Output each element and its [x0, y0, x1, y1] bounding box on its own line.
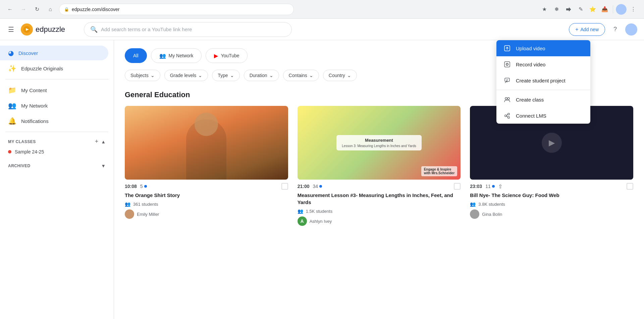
project-label: Create student project — [516, 78, 566, 83]
video-title-0: The Orange Shirt Story — [125, 192, 288, 199]
country-filter[interactable]: Country ⌄ — [323, 70, 357, 81]
tab-my-network[interactable]: 👥 My Network — [151, 48, 202, 63]
class-item-sample[interactable]: Sample 24-25 — [8, 146, 106, 157]
extension-download-icon[interactable]: 📥 — [599, 4, 610, 15]
video-author-0: Emily Miller — [125, 209, 288, 219]
my-network-tab-label: My Network — [169, 53, 194, 58]
app-header: ☰ edpuzzle 🔍 + Add new ? — [0, 19, 644, 40]
video-stats-1: 👥 1.5K students — [298, 208, 461, 214]
video-thumbnail-1: Measurement Lesson 3: Measuring Lengths … — [298, 106, 461, 180]
hamburger-button[interactable]: ☰ — [7, 24, 15, 35]
type-filter[interactable]: Type ⌄ — [212, 70, 239, 81]
video-questions-2: 11 — [485, 184, 495, 189]
grade-levels-label: Grade levels — [170, 73, 197, 78]
collapse-classes-icon[interactable]: ▲ — [101, 139, 106, 144]
grade-levels-filter[interactable]: Grade levels ⌄ — [164, 70, 208, 81]
sidebar-originals-label: Edpuzzle Originals — [21, 66, 63, 71]
type-chevron: ⌄ — [230, 73, 234, 78]
help-button[interactable]: ? — [609, 23, 621, 36]
back-button[interactable]: ← — [5, 5, 15, 14]
subjects-filter[interactable]: Subjects ⌄ — [125, 70, 160, 81]
record-label: Record video — [516, 62, 545, 67]
add-new-button[interactable]: + Add new — [569, 23, 605, 36]
subjects-label: Subjects — [130, 73, 149, 78]
dropdown-item-create-class[interactable]: Create class — [496, 91, 590, 108]
question-dot-0 — [144, 185, 147, 188]
students-count-2: 3.8K students — [478, 202, 505, 207]
expand-archived-icon[interactable]: ▼ — [101, 163, 106, 169]
students-count-1: 1.5K students — [306, 209, 333, 214]
video-duration-1: 21:00 — [298, 184, 310, 189]
home-button[interactable]: ⌂ — [46, 5, 55, 14]
svg-rect-11 — [508, 113, 509, 115]
extension-edit-icon[interactable]: ✎ — [575, 4, 586, 15]
add-class-icon[interactable]: + — [95, 138, 99, 145]
sidebar-item-notifications[interactable]: 🔔 Notifications — [0, 114, 108, 128]
dropdown-item-record[interactable]: Record video — [496, 56, 590, 72]
search-icon: 🔍 — [90, 26, 98, 33]
dropdown-item-student-project[interactable]: Create student project — [496, 72, 590, 88]
network-icon: 👥 — [8, 102, 16, 110]
svg-point-6 — [506, 64, 508, 65]
video-card-0[interactable]: 10:08 5 The Orange Shirt Story 👥 361 stu… — [125, 106, 288, 226]
video-meta-1: 21:00 34 — [298, 183, 461, 190]
question-dot-1 — [319, 185, 322, 188]
plus-icon: + — [575, 26, 578, 33]
dropdown-menu: Upload video Record video Create student… — [496, 40, 590, 124]
all-tab-label: All — [133, 53, 139, 58]
sidebar-content-label: My Content — [21, 87, 47, 93]
record-icon — [503, 61, 511, 68]
logo-area[interactable]: edpuzzle — [21, 23, 65, 36]
url-text: edpuzzle.com/discover — [72, 7, 119, 12]
video-checkbox-1[interactable] — [454, 183, 461, 190]
sidebar-item-content[interactable]: 📁 My Content — [0, 83, 108, 98]
lms-label: Connect LMS — [516, 113, 546, 119]
my-classes-header[interactable]: MY CLASSES + ▲ — [8, 138, 106, 145]
author-name-2: Gina Bolin — [482, 212, 502, 217]
extension-star-icon[interactable]: ⭐ — [587, 4, 598, 15]
video-card-1[interactable]: Measurement Lesson 3: Measuring Lengths … — [298, 106, 461, 226]
duration-filter[interactable]: Duration ⌄ — [244, 70, 279, 81]
sidebar-item-network[interactable]: 👥 My Network — [0, 98, 108, 113]
bookmark-icon[interactable]: ★ — [539, 4, 550, 15]
author-name-1: Ashlyn Ivey — [310, 219, 332, 224]
logo-icon — [21, 23, 33, 36]
students-icon-0: 👥 — [125, 201, 130, 207]
sidebar-item-discover[interactable]: ◕ Discover — [0, 46, 108, 60]
tab-youtube[interactable]: ▶ YouTube — [206, 48, 248, 63]
sidebar-divider-1 — [5, 79, 108, 79]
browser-profile-button[interactable] — [616, 4, 627, 15]
svg-rect-10 — [505, 115, 506, 117]
browser-bar: ← → ↻ ⌂ 🔒 edpuzzle.com/discover ★ ❅ 🠲 ✎ … — [0, 0, 644, 19]
address-bar[interactable]: 🔒 edpuzzle.com/discover — [59, 4, 294, 15]
video-checkbox-0[interactable] — [281, 183, 288, 190]
extension-snowflake-icon[interactable]: ❅ — [551, 4, 562, 15]
author-avatar-0 — [125, 209, 134, 219]
contains-filter[interactable]: Contains ⌄ — [283, 70, 319, 81]
video-card-2[interactable]: ▶ 23:03 11 ⇧ Bill Nye- The Science Guy: … — [470, 106, 633, 226]
contains-chevron: ⌄ — [309, 73, 313, 78]
extension-puzzle-icon[interactable]: 🠲 — [563, 4, 574, 15]
search-input[interactable] — [101, 26, 285, 32]
browser-icons-right: ★ ❅ 🠲 ✎ ⭐ 📥 ⋮ — [539, 4, 639, 15]
video-stats-2: 👥 3.8K students — [470, 201, 633, 207]
forward-button[interactable]: → — [19, 5, 28, 14]
bell-icon: 🔔 — [8, 117, 16, 125]
project-icon — [503, 77, 511, 84]
video-author-1: A Ashlyn Ivey — [298, 216, 461, 226]
dropdown-item-upload[interactable]: Upload video — [496, 40, 590, 56]
network-tab-icon: 👥 — [159, 53, 166, 59]
students-count-0: 361 students — [133, 202, 158, 207]
more-options-icon[interactable]: ⋮ — [628, 4, 639, 15]
dropdown-item-connect-lms[interactable]: Connect LMS — [496, 108, 590, 124]
search-bar[interactable]: 🔍 — [84, 22, 292, 37]
country-label: Country — [329, 73, 345, 78]
country-chevron: ⌄ — [347, 73, 351, 78]
sidebar-item-originals[interactable]: ✨ Edpuzzle Originals — [0, 61, 108, 76]
question-dot-2 — [492, 185, 495, 188]
user-avatar[interactable] — [625, 23, 637, 36]
reload-button[interactable]: ↻ — [32, 5, 42, 14]
archived-header[interactable]: ARCHIVED ▼ — [8, 163, 106, 169]
video-checkbox-2[interactable] — [627, 183, 633, 190]
tab-all[interactable]: All — [125, 48, 147, 63]
